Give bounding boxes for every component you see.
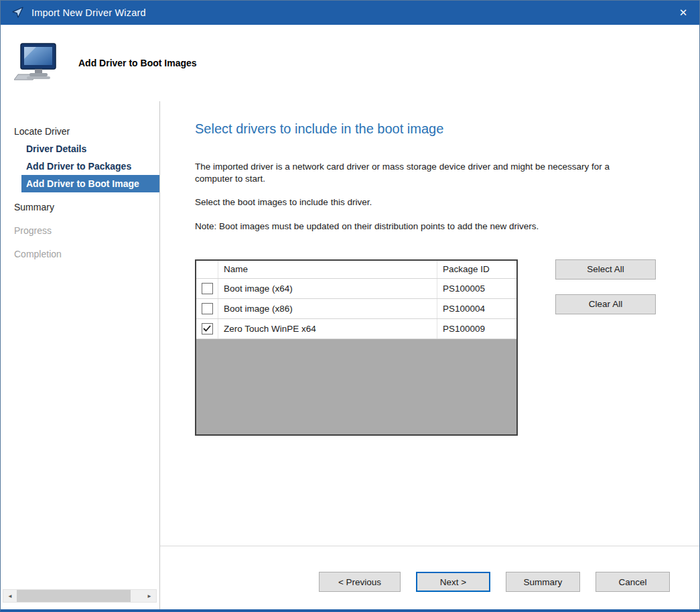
titlebar: Import New Driver Wizard ✕ [1,1,699,25]
step-summary: Summary [1,198,159,216]
instruction-paragraph: Select the boot images to include this d… [195,196,645,208]
previous-button[interactable]: < Previous [319,572,401,592]
row-package-id: PS100004 [437,299,516,318]
step-completion: Completion [1,245,159,263]
wizard-header: Add Driver to Boot Images [1,25,699,101]
step-driver-details: Driver Details [1,140,159,158]
wizard-steps-sidebar: Locate Driver Driver Details Add Driver … [1,101,160,609]
step-add-driver-to-boot-image: Add Driver to Boot Image [21,175,159,192]
table-empty-area [196,339,516,434]
checkbox-column-header[interactable] [196,261,218,278]
step-add-driver-to-packages: Add Driver to Packages [1,158,159,175]
import-driver-wizard-window: Import New Driver Wizard ✕ Ad [0,0,700,612]
row-name: Zero Touch WinPE x64 [218,319,437,339]
wizard-content: Select drivers to include in the boot im… [160,101,699,609]
row-name: Boot image (x64) [218,279,437,298]
wizard-dart-icon [11,6,25,19]
close-icon[interactable]: ✕ [667,1,699,25]
note-paragraph: Note: Boot images must be updated on the… [195,221,645,233]
clear-all-button[interactable]: Clear All [555,294,656,314]
wizard-footer: < Previous Next > Summary Cancel [160,546,699,609]
scroll-right-icon[interactable]: ► [143,590,156,602]
page-title: Select drivers to include in the boot im… [195,121,669,137]
row-package-id: PS100009 [437,319,516,339]
summary-button[interactable]: Summary [506,572,580,592]
step-locate-driver: Locate Driver [1,123,159,140]
name-column-header[interactable]: Name [218,261,437,278]
computer-monitor-icon [14,42,61,84]
select-all-button[interactable]: Select All [555,259,656,280]
boot-image-x86-checkbox[interactable] [202,303,213,314]
table-row[interactable]: Boot image (x64) PS100005 [196,279,516,299]
sidebar-horizontal-scrollbar[interactable]: ◄ ► [3,589,157,603]
cancel-button[interactable]: Cancel [596,572,670,592]
scroll-left-icon[interactable]: ◄ [3,590,17,602]
zero-touch-winpe-x64-checkbox[interactable] [202,323,213,334]
next-button[interactable]: Next > [416,572,490,592]
step-progress: Progress [1,222,159,239]
table-row[interactable]: Boot image (x86) PS100004 [196,299,516,319]
package-id-column-header[interactable]: Package ID [437,261,516,278]
description-paragraph: The imported driver is a network card dr… [195,161,645,185]
boot-image-x64-checkbox[interactable] [202,283,213,294]
table-header-row: Name Package ID [196,261,516,279]
wizard-page-name: Add Driver to Boot Images [78,58,197,68]
table-row[interactable]: Zero Touch WinPE x64 PS100009 [196,319,516,339]
window-title: Import New Driver Wizard [31,7,146,18]
boot-images-table: Name Package ID Boot image (x64) PS10000… [195,259,518,436]
row-name: Boot image (x86) [218,299,437,318]
scrollbar-thumb[interactable] [17,590,131,602]
row-package-id: PS100005 [437,279,516,298]
